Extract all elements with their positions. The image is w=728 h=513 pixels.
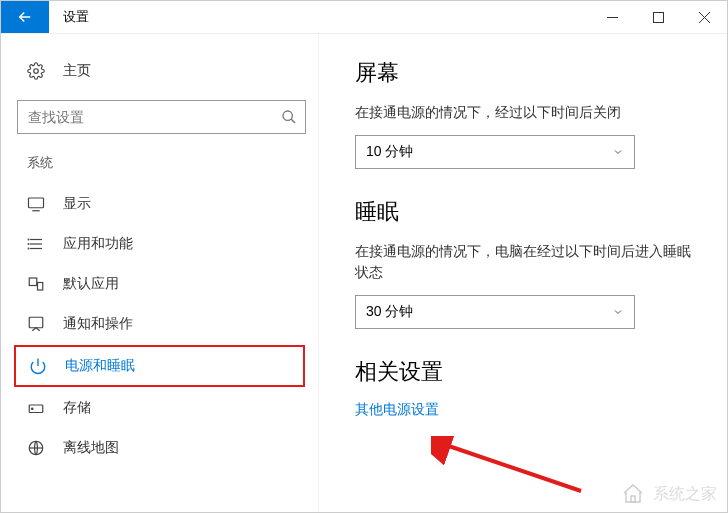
sidebar-item-label: 电源和睡眠 <box>65 357 135 375</box>
additional-power-settings-link[interactable]: 其他电源设置 <box>355 401 697 419</box>
svg-point-4 <box>34 69 39 74</box>
section-title-sleep: 睡眠 <box>355 197 697 227</box>
sidebar-item-default-apps[interactable]: 默认应用 <box>13 264 310 304</box>
window-title: 设置 <box>49 1 89 33</box>
sidebar-item-label: 存储 <box>63 399 91 417</box>
sidebar-item-storage[interactable]: 存储 <box>13 388 310 428</box>
sidebar-group-label: 系统 <box>13 148 310 184</box>
svg-rect-7 <box>29 198 44 208</box>
watermark-text: 系统之家 <box>653 484 717 505</box>
house-icon <box>619 482 647 506</box>
back-button[interactable] <box>1 1 49 33</box>
sidebar-item-label: 应用和功能 <box>63 235 133 253</box>
search-icon <box>281 109 297 125</box>
sleep-timeout-value: 30 分钟 <box>366 303 413 321</box>
chevron-down-icon <box>612 146 624 158</box>
sidebar-item-label: 通知和操作 <box>63 315 133 333</box>
svg-rect-17 <box>29 317 43 328</box>
svg-rect-16 <box>38 283 43 291</box>
sleep-desc: 在接通电源的情况下，电脑在经过以下时间后进入睡眠状态 <box>355 241 697 283</box>
svg-rect-15 <box>29 278 37 286</box>
sidebar-item-offline-maps[interactable]: 离线地图 <box>13 428 310 468</box>
screen-desc: 在接通电源的情况下，经过以下时间后关闭 <box>355 102 697 123</box>
chevron-down-icon <box>612 306 624 318</box>
sidebar-item-power-sleep[interactable]: 电源和睡眠 <box>15 346 304 386</box>
close-icon <box>699 12 710 23</box>
minimize-button[interactable] <box>589 1 635 33</box>
svg-point-5 <box>283 111 292 120</box>
svg-point-13 <box>28 244 29 245</box>
arrow-left-icon <box>16 8 34 26</box>
svg-point-12 <box>28 239 29 240</box>
screen-timeout-value: 10 分钟 <box>366 143 413 161</box>
window-controls <box>589 1 727 33</box>
watermark: 系统之家 <box>619 482 717 506</box>
notification-icon <box>27 315 45 333</box>
maximize-icon <box>653 12 664 23</box>
gear-icon <box>27 62 45 80</box>
titlebar: 设置 <box>1 1 727 34</box>
sidebar-item-label: 显示 <box>63 195 91 213</box>
sidebar-item-display[interactable]: 显示 <box>13 184 310 224</box>
svg-rect-24 <box>631 496 635 502</box>
svg-rect-1 <box>653 12 663 22</box>
power-icon <box>29 357 47 375</box>
sidebar: 主页 系统 显示 应用和功能 默认应用 <box>1 34 319 512</box>
section-title-screen: 屏幕 <box>355 58 697 88</box>
storage-icon <box>27 399 45 417</box>
sidebar-home-label: 主页 <box>63 62 91 80</box>
default-apps-icon <box>27 275 45 293</box>
sidebar-item-label: 默认应用 <box>63 275 119 293</box>
minimize-icon <box>607 12 618 23</box>
close-button[interactable] <box>681 1 727 33</box>
sidebar-item-notifications[interactable]: 通知和操作 <box>13 304 310 344</box>
section-title-related: 相关设置 <box>355 357 697 387</box>
main-panel: 屏幕 在接通电源的情况下，经过以下时间后关闭 10 分钟 睡眠 在接通电源的情况… <box>319 34 727 512</box>
search-input-container[interactable] <box>17 100 306 134</box>
sidebar-home[interactable]: 主页 <box>13 52 310 90</box>
list-icon <box>27 235 45 253</box>
screen-timeout-select[interactable]: 10 分钟 <box>355 135 635 169</box>
sidebar-item-apps[interactable]: 应用和功能 <box>13 224 310 264</box>
svg-point-14 <box>28 248 29 249</box>
sleep-timeout-select[interactable]: 30 分钟 <box>355 295 635 329</box>
titlebar-spacer <box>89 1 589 33</box>
maximize-button[interactable] <box>635 1 681 33</box>
search-input[interactable] <box>28 109 281 125</box>
sidebar-item-label: 离线地图 <box>63 439 119 457</box>
globe-icon <box>27 439 45 457</box>
svg-line-6 <box>291 119 295 123</box>
monitor-icon <box>27 195 45 213</box>
svg-point-20 <box>32 408 34 410</box>
